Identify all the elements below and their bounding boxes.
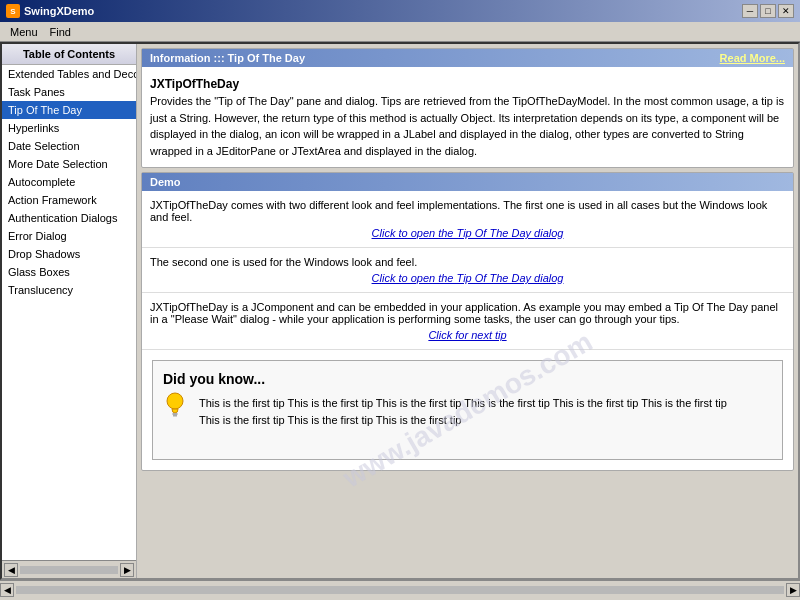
demo-text-1: JXTipOfTheDay comes with two different l… bbox=[150, 199, 767, 223]
right-panel: Information ::: Tip Of The Day Read More… bbox=[137, 44, 798, 578]
demo-text-2: The second one is used for the Windows l… bbox=[150, 256, 417, 268]
bottom-scrollbar-track[interactable] bbox=[16, 586, 784, 594]
tip-line-2: This is the first tip This is the first … bbox=[199, 414, 461, 426]
demo-box-content: JXTipOfTheDay comes with two different l… bbox=[142, 191, 793, 470]
svg-rect-1 bbox=[173, 413, 178, 415]
menubar: Menu Find bbox=[0, 22, 800, 42]
tip-line-1: This is the first tip This is the first … bbox=[199, 397, 727, 409]
info-box-header: Information ::: Tip Of The Day Read More… bbox=[142, 49, 793, 67]
demo-section-1: JXTipOfTheDay comes with two different l… bbox=[142, 191, 793, 248]
scroll-track[interactable] bbox=[20, 566, 118, 574]
bottom-scroll-right[interactable]: ▶ bbox=[786, 583, 800, 597]
svg-rect-2 bbox=[173, 415, 177, 417]
info-box: Information ::: Tip Of The Day Read More… bbox=[141, 48, 794, 168]
menu-menu[interactable]: Menu bbox=[4, 24, 44, 40]
sidebar-item-action-framework[interactable]: Action Framework bbox=[2, 191, 136, 209]
minimize-button[interactable]: ─ bbox=[742, 4, 758, 18]
demo-box: Demo JXTipOfTheDay comes with two differ… bbox=[141, 172, 794, 471]
read-more-link[interactable]: Read More... bbox=[720, 52, 785, 64]
titlebar-left: S SwingXDemo bbox=[6, 4, 94, 18]
bottom-bar: ◀ ▶ bbox=[0, 580, 800, 598]
main-container: Table of Contents Extended Tables and De… bbox=[0, 42, 800, 580]
svg-point-0 bbox=[167, 393, 183, 409]
toc-list: Extended Tables and Decorators Task Pane… bbox=[2, 65, 136, 560]
toc-header: Table of Contents bbox=[2, 44, 136, 65]
sidebar-item-task-panes[interactable]: Task Panes bbox=[2, 83, 136, 101]
sidebar-item-date-selection[interactable]: Date Selection bbox=[2, 137, 136, 155]
sidebar-item-more-date-selection[interactable]: More Date Selection bbox=[2, 155, 136, 173]
app-title: SwingXDemo bbox=[24, 5, 94, 17]
app-icon: S bbox=[6, 4, 20, 18]
left-panel: Table of Contents Extended Tables and De… bbox=[2, 44, 137, 578]
maximize-button[interactable]: □ bbox=[760, 4, 776, 18]
sidebar-item-drop-shadows[interactable]: Drop Shadows bbox=[2, 245, 136, 263]
demo-link-3[interactable]: Click for next tip bbox=[150, 329, 785, 341]
sidebar-item-error-dialog[interactable]: Error Dialog bbox=[2, 227, 136, 245]
demo-box-header: Demo bbox=[142, 173, 793, 191]
sidebar-item-tip-of-the-day[interactable]: Tip Of The Day bbox=[2, 101, 136, 119]
demo-section-2: The second one is used for the Windows l… bbox=[142, 248, 793, 293]
sidebar-item-authentication-dialogs[interactable]: Authentication Dialogs bbox=[2, 209, 136, 227]
scroll-left-btn[interactable]: ◀ bbox=[4, 563, 18, 577]
tip-title: Did you know... bbox=[163, 371, 772, 387]
demo-text-3: JXTipOfTheDay is a JComponent and can be… bbox=[150, 301, 778, 325]
info-box-title: Information ::: Tip Of The Day bbox=[150, 52, 305, 64]
class-name: JXTipOfTheDay bbox=[150, 75, 785, 93]
tip-panel: www.javademos.com Did you know... This i… bbox=[152, 360, 783, 460]
demo-link-2[interactable]: Click to open the Tip Of The Day dialog bbox=[150, 272, 785, 284]
lightbulb-icon bbox=[163, 391, 187, 423]
menu-find[interactable]: Find bbox=[44, 24, 77, 40]
sidebar-item-extended-tables[interactable]: Extended Tables and Decorators bbox=[2, 65, 136, 83]
scroll-right-btn[interactable]: ▶ bbox=[120, 563, 134, 577]
close-button[interactable]: ✕ bbox=[778, 4, 794, 18]
titlebar-controls[interactable]: ─ □ ✕ bbox=[742, 4, 794, 18]
left-scrollbar: ◀ ▶ bbox=[2, 560, 136, 578]
info-box-content: JXTipOfTheDay Provides the "Tip of The D… bbox=[142, 67, 793, 167]
bottom-scroll-left[interactable]: ◀ bbox=[0, 583, 14, 597]
sidebar-item-glass-boxes[interactable]: Glass Boxes bbox=[2, 263, 136, 281]
sidebar-item-translucency[interactable]: Translucency bbox=[2, 281, 136, 299]
tip-content: This is the first tip This is the first … bbox=[199, 395, 772, 428]
sidebar-item-hyperlinks[interactable]: Hyperlinks bbox=[2, 119, 136, 137]
info-description: Provides the "Tip of The Day" pane and d… bbox=[150, 93, 785, 159]
sidebar-item-autocomplete[interactable]: Autocomplete bbox=[2, 173, 136, 191]
demo-section-3: JXTipOfTheDay is a JComponent and can be… bbox=[142, 293, 793, 350]
titlebar: S SwingXDemo ─ □ ✕ bbox=[0, 0, 800, 22]
demo-link-1[interactable]: Click to open the Tip Of The Day dialog bbox=[150, 227, 785, 239]
